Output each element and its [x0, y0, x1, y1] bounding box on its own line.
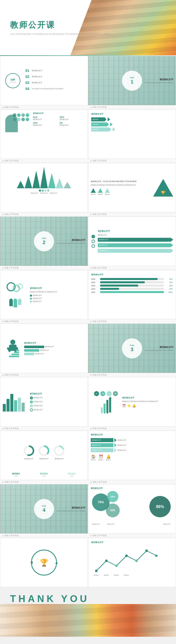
icon-bubbles — [13, 113, 33, 121]
part4-sub: CLICK ON ADD RELATED TITLE WORDS — [57, 510, 85, 512]
ribbon-bar-3: 相关标出文字 — [98, 249, 173, 253]
api-label-2: 相关标出 — [98, 459, 103, 461]
triangle-left: 相关标出文字，CLICK ON ADD RELATED TITLE WORDS … — [91, 180, 151, 195]
ribbons-sub: 相关标出文字 — [98, 234, 173, 236]
label-10: ▲ 请输入章节标题 — [88, 319, 176, 324]
gi-dot-3 — [30, 301, 32, 303]
prog-bg-3 — [100, 285, 164, 287]
donut-svg-3 — [53, 444, 65, 457]
toc-item-1: 01 相关标出文字 — [25, 69, 85, 73]
ap-desc-3: 相关标出文字 — [117, 449, 126, 451]
dd-title-1: 相关标出 — [3, 472, 29, 475]
toc-num-1: 01 — [25, 69, 32, 73]
bubble-2 — [17, 113, 21, 117]
ci-2: ★ — [100, 391, 105, 396]
arrow-1 — [108, 117, 110, 121]
ml-4 — [47, 190, 49, 192]
bubble-label-2: 相关标出文字 — [107, 523, 115, 525]
bc-item-1: ★ 相关标出文字 — [30, 396, 85, 399]
bubbles-title: 相关标出文字 — [91, 487, 173, 490]
bubbles-container: 76% 38% 53% 86% 相关标出文字 相关标出文字 相关标出文字 — [91, 491, 173, 526]
prog-bg-2 — [100, 281, 164, 283]
bubble-38: 38% — [107, 491, 118, 502]
bar-5 — [18, 398, 21, 411]
bubble-8 — [26, 118, 29, 121]
prog-fill-1 — [100, 278, 158, 280]
label-17: ▲ 请输入章节标题 — [0, 534, 88, 538]
slide-toc: 目录 CONTENT 01 相关标出文字 02 相关标出文字 03 相关标出文字 — [0, 56, 88, 105]
arrow-item-3: 相关标出 — [91, 127, 173, 131]
gears-title: 相关标出文字 — [30, 287, 85, 290]
toc-en: CONTENT — [9, 81, 17, 83]
rm-label-3: 相关标出 — [114, 574, 119, 576]
part1-sub: CLICK ON ADD RELATED TITLE WORDS — [145, 82, 173, 83]
slide-brain: 相关标出文字 51%相关标出文字 32%相关标出文字 14%相关标出文字 3%相… — [0, 109, 88, 159]
ap-title: 相关标出文字 — [91, 433, 173, 436]
part3-circle: Part 3 — [122, 338, 142, 358]
peak-3 — [32, 171, 40, 188]
dd-1: 相关标出 文字 — [3, 472, 29, 477]
pencil-3 — [106, 400, 108, 412]
peak-4 — [40, 167, 48, 188]
arrow-item-2: 相关标出 — [91, 122, 173, 126]
ap-row-2: 相关标出文字 相关标出文字 — [91, 443, 173, 447]
part4-label: Part — [42, 505, 46, 507]
slide-barchart: 相关标出文字 ★ 相关标出文字 ♦ 相关标出文字 ● 相关标出文字 — [0, 377, 88, 427]
prog-pct-1: 90% — [165, 278, 173, 280]
api-label-1: 相关标出 — [91, 459, 96, 461]
bc-item-4: ○ 相关标出文字 — [30, 408, 85, 411]
bubble-38-text: 38% — [110, 495, 115, 498]
donut-descriptions: 相关标出 文字 相关标出 文字 相关标出 文字 — [3, 472, 85, 477]
slide-part3: Part 3 相关标出文字 CLICK ON ADD RELATED TITLE… — [88, 324, 176, 373]
stat-1: 51%相关标出文字 — [33, 116, 59, 121]
gears-container — [5, 282, 25, 297]
check-icon-3: ✓ — [92, 244, 95, 248]
prog-pct-4: 30% — [165, 288, 173, 290]
ap-arrow-2 — [114, 443, 116, 447]
stats-grid: 51%相关标出文字 32%相关标出文字 14%相关标出文字 3%相关标出文字 — [33, 116, 85, 126]
prog-fill-2 — [100, 281, 145, 283]
slide-part4: Part 4 相关标出文字 CLICK ON ADD RELATED TITLE… — [0, 484, 88, 534]
pencil-layout: ✔ ★ ♦ ⚙ — [91, 380, 173, 424]
part4-num: 4 — [42, 507, 45, 513]
gi-text-3: 相关标出文字 — [33, 300, 42, 303]
arrows-list: 相关标出 相关标出 相关标出 — [91, 117, 173, 131]
ci-4: ⚙ — [113, 391, 118, 396]
ap-arrow-1 — [114, 438, 116, 442]
runner-text: 相关标出文字 相关标出文字 相关标出文字 相关标出文字 — [24, 342, 85, 355]
ap-desc-2: 相关标出文字 — [117, 444, 126, 446]
rbt-1: 相关标出文字 — [45, 346, 54, 348]
slide-mountain: 相关标出文字 相关标出文字 相关标出文字 — [0, 163, 88, 212]
pencils-lines — [0, 604, 176, 637]
api-label-3: 相关标出 — [106, 459, 111, 461]
label-13: ▲ 请输入章节标题 — [0, 427, 88, 431]
bar-3 — [10, 394, 13, 411]
ribbons-content: 相关标出文字 相关标出文字 相关标出文字 相关标出文字 相关标出文字 — [98, 219, 173, 263]
part3-sub: CLICK ON ADD RELATED TITLE WORDS — [145, 350, 173, 351]
label-6: ▲ 请输入章节标题 — [88, 212, 176, 216]
labels-row-6: ▲ 请输入章节标题 ▲ 请输入章节标题 — [0, 373, 176, 377]
part2-info: 相关标出文字 CLICK ON ADD RELATED TITLE WORDS — [57, 239, 85, 244]
row-8: 相关标出文字 相关标出文字 相关标出文字 — [0, 431, 176, 480]
run-bar-1: 相关标出文字 — [24, 346, 85, 348]
ap-box-1: 相关标出文字 — [91, 438, 113, 442]
tri-stat-1: 相关标出 — [91, 188, 96, 195]
rb-3 — [24, 353, 34, 355]
ap-row-3: 相关标出文字 相关标出文字 — [91, 448, 173, 452]
brain-title: 相关标出文字 — [33, 112, 85, 115]
check-icon-1: ✓ — [92, 235, 95, 238]
rb-2 — [24, 349, 39, 352]
dd-title-3: 相关标出 — [59, 472, 85, 475]
gears-text: 相关标出文字 相关标出文字相关标出文字相关标出文字 相关标出文字 相关标出文字 … — [30, 287, 85, 303]
prog-fill-3 — [100, 285, 138, 287]
api-1: 🏠 相关标出 — [91, 454, 96, 461]
person-2 — [14, 299, 17, 307]
donut-3: 相关标出文字 — [53, 444, 65, 460]
runner-figure — [7, 340, 19, 357]
subtitle: CLICK ON ADD RELATED TITLE WORDSCLICK ON… — [10, 33, 110, 35]
slide-trophy: 🏆 — [0, 538, 88, 587]
labels-row-5: ▲ 请输入章节标题 ▲ 请输入章节标题 — [0, 319, 176, 324]
bc-items: ★ 相关标出文字 ♦ 相关标出文字 ● 相关标出文字 ○ 相关标出文字 — [30, 396, 85, 411]
donut-label-3: 相关标出文字 — [55, 458, 64, 460]
bubble-6 — [17, 118, 21, 121]
